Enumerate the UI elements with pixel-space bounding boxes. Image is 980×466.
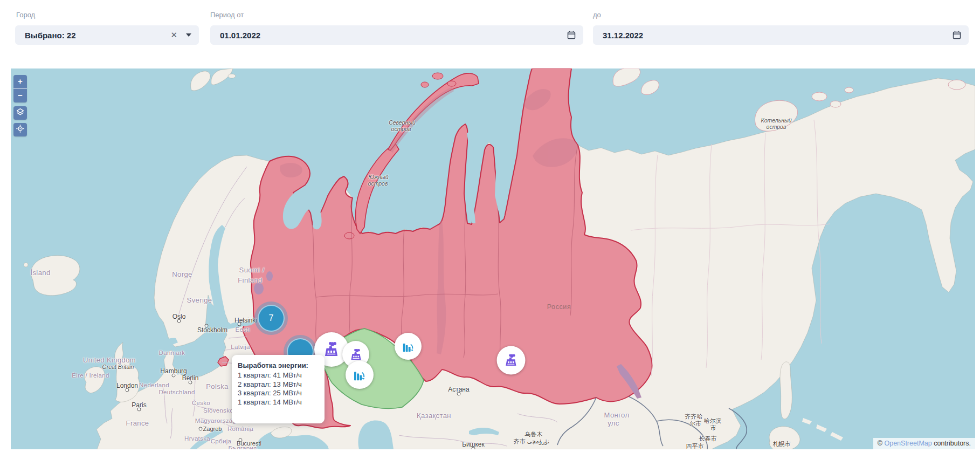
city-select[interactable]: Выбрано: 22 ✕: [15, 25, 199, 45]
energy-tooltip: Выработка энергии: 1 квартал: 41 МВт/ч2 …: [232, 355, 325, 423]
factory-plant-marker[interactable]: [497, 346, 526, 375]
period-from-input[interactable]: 01.01.2022: [210, 25, 583, 45]
clear-icon[interactable]: ✕: [170, 30, 177, 40]
chevron-down-icon[interactable]: [186, 33, 191, 37]
energy-tooltip-line: 1 квартал: 14 МВт/ч: [238, 398, 319, 407]
zoom-out-button[interactable]: −: [13, 89, 27, 102]
city-filter-label: Город: [16, 11, 35, 19]
energy-tooltip-title: Выработка энергии:: [238, 361, 319, 369]
period-from-value: 01.01.2022: [210, 31, 567, 40]
hydro-plant-marker[interactable]: [395, 333, 422, 360]
layers-button[interactable]: [13, 106, 27, 120]
zoom-control: + −: [13, 75, 27, 102]
openstreetmap-link[interactable]: OpenStreetMap: [884, 440, 931, 447]
layers-icon: [16, 107, 25, 119]
locate-icon: [16, 124, 25, 135]
period-to-value: 31.12.2022: [593, 31, 952, 40]
period-from-label: Период от: [210, 11, 244, 19]
locate-button[interactable]: [13, 123, 27, 136]
map-basemap: [11, 68, 975, 449]
energy-tooltip-line: 1 квартал: 41 МВт/ч: [238, 371, 319, 380]
calendar-icon[interactable]: [567, 30, 576, 40]
energy-tooltip-line: 3 квартал: 25 МВт/ч: [238, 389, 319, 398]
zoom-in-button[interactable]: +: [13, 75, 27, 89]
energy-tooltip-lines: 1 квартал: 41 МВт/ч2 квартал: 13 МВт/ч3 …: [238, 371, 319, 407]
map-canvas[interactable]: ÍslandNorgeSverigeSuomi /FinlandEestiLat…: [11, 68, 975, 449]
calendar-icon[interactable]: [952, 30, 962, 40]
period-to-input[interactable]: 31.12.2022: [593, 25, 969, 45]
map-attribution: © OpenStreetMap contributors.: [873, 438, 975, 449]
cluster-marker[interactable]: 7: [258, 305, 285, 332]
energy-tooltip-line: 2 квартал: 13 МВт/ч: [238, 380, 319, 389]
attribution-suffix: contributors.: [932, 440, 971, 447]
attribution-copyright: ©: [878, 440, 885, 447]
period-to-label: до: [593, 11, 601, 19]
hydro-plant-marker[interactable]: [346, 361, 374, 389]
city-select-value: Выбрано: 22: [15, 31, 170, 40]
